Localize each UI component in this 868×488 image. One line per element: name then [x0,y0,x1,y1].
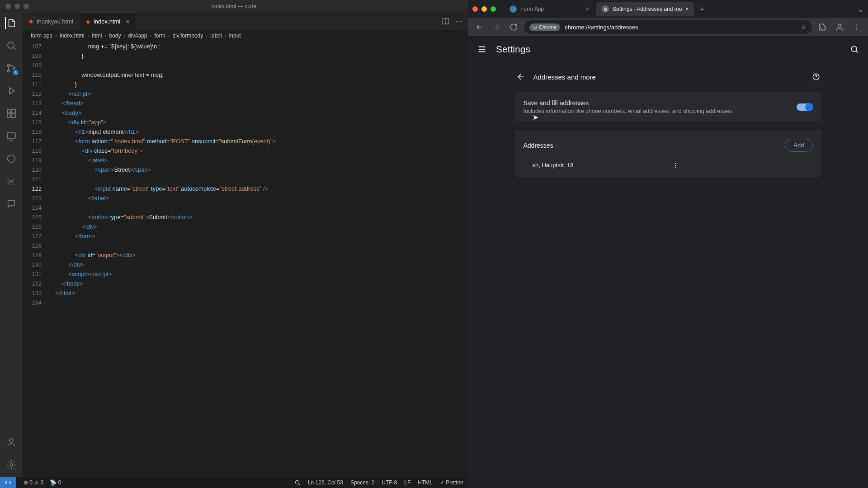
tab-thankyou[interactable]: ◆thankyou.html [23,13,80,30]
svg-point-2 [8,70,10,72]
tab-label: thankyou.html [37,18,73,25]
svg-point-3 [13,67,15,70]
hamburger-icon[interactable] [477,44,487,54]
search-icon[interactable] [850,45,859,54]
editor-area: ◆thankyou.html ◆index.html× ⋯ form-app›i… [23,13,468,477]
html-file-icon: ◆ [29,18,33,24]
app-icon[interactable] [5,153,17,164]
gear-icon[interactable] [5,459,17,471]
addresses-heading: Addresses [524,142,785,149]
close-icon[interactable]: × [126,18,129,25]
addresses-card: Addresses Add sh, Hauptstr. 18 ⋮ [514,130,822,177]
html-file-icon: ◆ [86,19,90,25]
svg-point-11 [10,464,13,466]
chrome-window: 🌐 Form App × ⚙ Settings - Addresses and … [468,0,868,488]
explorer-icon[interactable] [5,17,17,29]
status-ports[interactable]: 📡 0 [50,479,61,486]
svg-rect-5 [12,109,15,113]
more-icon[interactable]: ⋯ [455,17,462,26]
save-addresses-toggle[interactable] [797,103,813,111]
close-icon[interactable]: × [685,6,689,12]
split-editor-icon[interactable] [442,17,450,25]
address-item[interactable]: sh, Hauptstr. 18 ⋮ [514,155,822,177]
address-text: sh, Hauptstr. 18 [533,162,673,169]
scm-badge: 3 [13,70,19,75]
svg-point-10 [9,439,13,442]
comment-icon[interactable] [5,198,17,210]
omnibox[interactable]: ⊙ Chrome chrome://settings/addresses ☆ [524,20,812,34]
status-errors[interactable]: ⊗ 0 ⚠ 0 [24,479,43,486]
settings-body: Addresses and more Save and fill address… [468,62,868,488]
remote-indicator[interactable] [0,477,16,488]
section-header: Addresses and more [514,68,822,92]
svg-rect-7 [12,114,15,117]
remote-icon[interactable] [5,130,17,142]
profile-icon[interactable] [833,20,846,34]
svg-point-14 [838,24,841,27]
window-title: index.html — code [212,3,256,9]
extensions-icon[interactable] [816,20,829,34]
status-cursor[interactable]: Ln 122, Col 53 [308,479,343,486]
svg-rect-8 [7,133,15,138]
forward-button[interactable] [490,20,503,34]
more-icon[interactable]: ⋮ [673,162,813,169]
svg-point-1 [8,65,10,67]
breadcrumbs[interactable]: form-app›index.html›html›body›div#app›fo… [23,30,468,42]
autofill-card: Save and fill addresses Includes informa… [514,92,822,122]
reload-button[interactable] [507,20,520,34]
new-tab-button[interactable]: ＋ [696,3,708,15]
scm-icon[interactable]: 3 [5,62,17,74]
tab-label: Settings - Addresses and mo [613,6,682,12]
status-spaces[interactable]: Spaces: 2 [350,479,374,486]
traffic-lights[interactable] [5,4,29,9]
add-address-button[interactable]: Add [785,139,812,152]
activity-bar: 3 [0,13,23,477]
graph-icon[interactable] [5,175,17,187]
svg-rect-4 [7,109,11,113]
status-bar: ⊗ 0 ⚠ 0 📡 0 Ln 122, Col 53 Spaces: 2 UTF… [0,477,468,488]
vscode-window: index.html — code 3 ◆thankyou.html ◆inde… [0,0,468,488]
svg-rect-6 [7,114,11,117]
status-lang[interactable]: HTML [418,479,433,486]
settings-header: Settings [468,36,868,62]
line-gutter: 1071081091101111121131141151161171181191… [23,42,49,477]
status-search-icon[interactable] [294,479,301,486]
back-button[interactable] [472,20,486,34]
url-text: chrome://settings/addresses [565,24,638,31]
gear-icon: ⚙ [602,5,609,13]
help-icon[interactable] [812,73,820,81]
tab-label: index.html [94,18,120,25]
account-icon[interactable] [5,436,17,448]
section-title: Addresses and more [533,73,804,81]
globe-icon: 🌐 [509,5,517,13]
status-prettier[interactable]: ✓ Prettier [440,479,463,486]
menu-icon[interactable]: ⋮ [850,20,863,34]
back-icon[interactable] [516,72,525,81]
tab-form-app[interactable]: 🌐 Form App × [504,2,594,16]
code-editor[interactable]: 1071081091101111121131141151161171181191… [23,42,468,477]
extensions-icon[interactable] [5,108,17,119]
search-icon[interactable] [5,40,17,52]
settings-title: Settings [496,44,530,55]
tab-index[interactable]: ◆index.html× [80,13,136,30]
svg-point-13 [295,480,299,484]
status-encoding[interactable]: UTF-8 [382,479,397,486]
chrome-toolbar: ⊙ Chrome chrome://settings/addresses ☆ ⋮ [468,18,868,36]
site-chip[interactable]: ⊙ Chrome [529,23,560,31]
status-eol[interactable]: LF [404,479,410,486]
toggle-row: Save and fill addresses Includes informa… [514,92,822,122]
close-icon[interactable]: × [586,6,589,12]
chevron-down-icon[interactable]: ⌄ [858,5,863,14]
bookmark-icon[interactable]: ☆ [801,24,807,31]
editor-tabs: ◆thankyou.html ◆index.html× ⋯ [23,13,468,30]
chrome-tabstrip: 🌐 Form App × ⚙ Settings - Addresses and … [468,0,868,18]
tab-settings[interactable]: ⚙ Settings - Addresses and mo × [596,2,694,16]
svg-point-15 [851,46,857,52]
toggle-title: Save and fill addresses [524,99,789,107]
debug-icon[interactable] [5,85,17,97]
vscode-titlebar: index.html — code [0,0,468,13]
traffic-lights[interactable] [472,6,496,12]
tab-label: Form App [520,6,582,12]
code-content[interactable]: msg += `${key}: ${value}\n`; } window.ou… [49,42,468,477]
svg-point-0 [8,42,14,48]
